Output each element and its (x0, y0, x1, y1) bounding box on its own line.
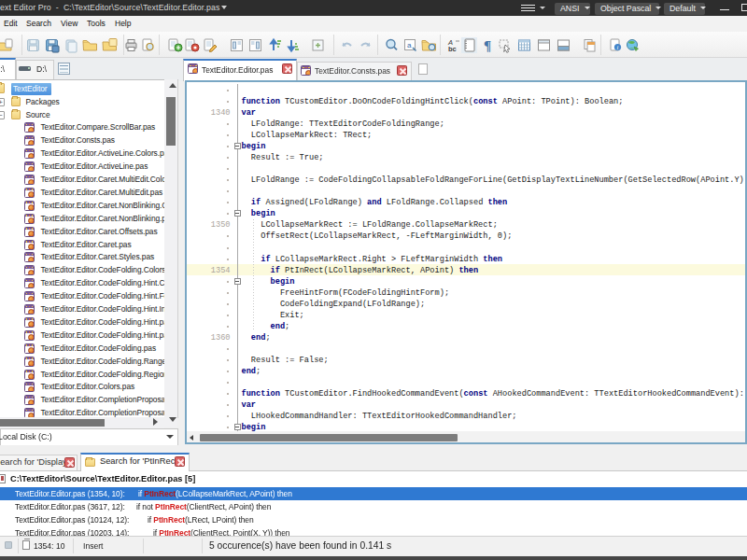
svg-text:a: a (407, 41, 412, 49)
svg-text:i: i (616, 44, 618, 50)
svg-text:bc: bc (448, 45, 457, 53)
svg-text:¶: ¶ (484, 38, 491, 53)
